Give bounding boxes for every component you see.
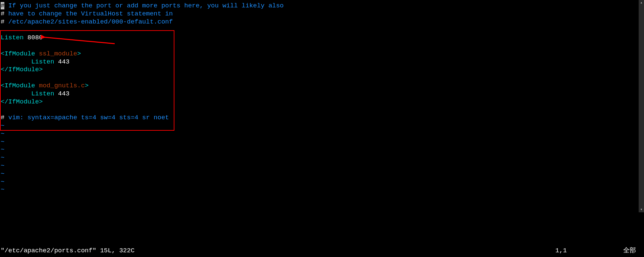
comment-line-2: have to change the VirtualHost statement… bbox=[4, 10, 173, 17]
tag-open: < bbox=[1, 82, 4, 89]
hash: # bbox=[1, 114, 4, 121]
empty-line-tilde: ~ bbox=[1, 178, 4, 185]
scroll-down-icon[interactable]: ▾ bbox=[639, 207, 644, 212]
comment-line-3: /etc/apache2/sites-enabled/000-default.c… bbox=[4, 18, 173, 26]
directive-listen: Listen bbox=[31, 90, 54, 97]
indent bbox=[1, 90, 31, 97]
indent bbox=[1, 58, 31, 66]
tag-close-bracket: > bbox=[39, 98, 43, 105]
empty-line-tilde: ~ bbox=[1, 138, 4, 145]
scrollbar[interactable]: ▴ ▾ bbox=[639, 0, 644, 212]
tag-close-bracket: > bbox=[85, 82, 89, 89]
tag-open: < bbox=[1, 50, 4, 57]
status-filename: "/etc/apache2/ports.conf" 15L, 322C bbox=[1, 247, 135, 255]
status-cursor-position: 1,1 bbox=[555, 247, 567, 255]
tag-ifmodule: IfModule bbox=[8, 66, 39, 73]
directive-listen: Listen bbox=[31, 58, 54, 66]
comment-line-1: If you just change the port or add more … bbox=[4, 2, 283, 9]
empty-line-tilde: ~ bbox=[1, 154, 4, 161]
port-8080: 8080 bbox=[23, 34, 43, 41]
port-443: 443 bbox=[54, 58, 70, 66]
tag-end-open: </ bbox=[1, 66, 8, 73]
scroll-up-icon[interactable]: ▴ bbox=[639, 0, 644, 5]
vim-modeline: vim: syntax=apache ts=4 sw=4 sts=4 sr no… bbox=[4, 114, 169, 121]
tag-close-bracket: > bbox=[39, 66, 43, 73]
tag-ifmodule: IfModule bbox=[4, 50, 35, 57]
empty-line-tilde: ~ bbox=[1, 146, 4, 153]
empty-line-tilde: ~ bbox=[1, 122, 4, 129]
arg-mod-gnutls: mod_gnutls.c bbox=[35, 82, 85, 89]
hash: # bbox=[1, 18, 4, 26]
hash: # bbox=[1, 10, 4, 17]
tag-close-bracket: > bbox=[77, 50, 81, 57]
tag-ifmodule: IfModule bbox=[8, 98, 39, 105]
empty-line-tilde: ~ bbox=[1, 130, 4, 137]
directive-listen: Listen bbox=[1, 34, 23, 41]
cursor: # bbox=[1, 2, 4, 9]
empty-line-tilde: ~ bbox=[1, 162, 4, 169]
empty-line-tilde: ~ bbox=[1, 186, 4, 193]
arg-ssl-module: ssl_module bbox=[35, 50, 77, 57]
editor-viewport[interactable]: # If you just change the port or add mor… bbox=[0, 0, 644, 194]
empty-line-tilde: ~ bbox=[1, 170, 4, 177]
tag-ifmodule: IfModule bbox=[4, 82, 35, 89]
port-443: 443 bbox=[54, 90, 70, 97]
status-extent: 全部 bbox=[623, 247, 636, 255]
tag-end-open: </ bbox=[1, 98, 8, 105]
